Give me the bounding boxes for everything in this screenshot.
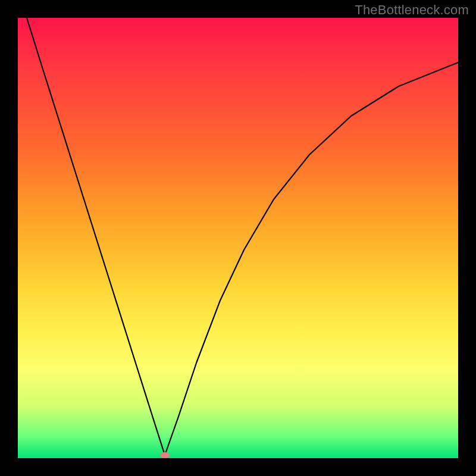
minimum-marker: [160, 452, 170, 458]
watermark-text: TheBottleneck.com: [355, 2, 469, 18]
chart-frame: TheBottleneck.com: [0, 0, 476, 476]
gradient-plot-area: [18, 18, 458, 458]
